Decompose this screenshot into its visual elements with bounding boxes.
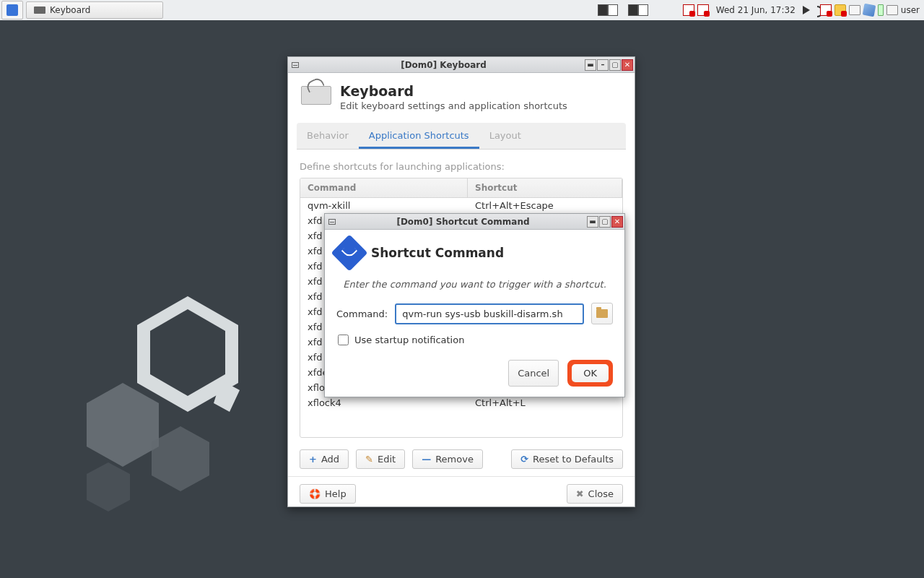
close-window-button[interactable]: ✕ [622, 59, 633, 71]
qubes-icon [6, 4, 18, 16]
shortcut-command-icon [331, 235, 368, 272]
qubes-updates-icon[interactable] [697, 4, 709, 16]
edit-button[interactable]: ✎Edit [356, 449, 405, 469]
svg-marker-2 [87, 383, 159, 467]
cell-command: xflock4 [300, 395, 468, 410]
roll-up-button[interactable]: ▬ [585, 59, 596, 71]
pencil-icon: ✎ [365, 454, 373, 465]
system-tray: Wed 21 Jun, 17:32 user [598, 4, 924, 16]
svg-marker-4 [87, 462, 130, 512]
tab-behavior[interactable]: Behavior [297, 123, 359, 149]
titlebar[interactable]: [Dom0] Keyboard ▬ – ▢ ✕ [288, 57, 635, 73]
cell-command: qvm-xkill [300, 198, 468, 213]
keyboard-header-icon [301, 86, 331, 105]
dialog-titlebar[interactable]: [Dom0] Shortcut Command ▬ ▢ ✕ [325, 214, 624, 230]
qubes-wallpaper-logo [79, 296, 253, 513]
svg-marker-3 [152, 426, 209, 491]
touchpad-icon[interactable] [849, 5, 860, 15]
ok-button[interactable]: OK [567, 360, 613, 387]
shortcuts-help-text: Define shortcuts for launching applicati… [300, 161, 623, 172]
taskbar-item-label: Keyboard [50, 5, 90, 15]
roll-up-button[interactable]: ▬ [587, 216, 598, 228]
qubes-domains-icon[interactable] [683, 4, 694, 16]
command-label: Command: [336, 309, 388, 319]
battery-icon[interactable] [878, 4, 884, 16]
column-header-shortcut[interactable]: Shortcut [468, 178, 622, 197]
card-icon[interactable] [886, 5, 898, 15]
minus-icon: — [422, 454, 431, 465]
command-input[interactable] [395, 303, 584, 324]
close-window-button[interactable]: ✕ [611, 216, 623, 228]
dialog-title: [Dom0] Shortcut Command [339, 217, 587, 227]
dialog-instruction: Enter the command you want to trigger wi… [336, 279, 613, 290]
minimize-button[interactable]: – [597, 59, 609, 71]
help-icon: 🛟 [309, 488, 321, 499]
close-icon: ✖ [576, 488, 584, 499]
user-label[interactable]: user [901, 5, 920, 15]
table-row[interactable]: qvm-xkillCtrl+Alt+Escape [300, 198, 622, 213]
window-menu-icon[interactable] [325, 219, 339, 225]
applications-menu-button[interactable] [1, 1, 23, 20]
window-menu-icon[interactable] [288, 62, 302, 68]
startup-notification-label: Use startup notification [354, 335, 464, 345]
workspace-switcher[interactable] [598, 4, 618, 16]
tabs: Behavior Application Shortcuts Layout [297, 123, 626, 150]
refresh-icon: ⟳ [520, 454, 528, 465]
volume-icon[interactable] [803, 6, 810, 14]
top-panel: Keyboard Wed 21 Jun, 17:32 user [0, 0, 924, 20]
page-heading: Keyboard [340, 83, 567, 99]
plus-icon: + [309, 454, 317, 465]
column-header-command[interactable]: Command [300, 178, 468, 197]
reset-to-defaults-button[interactable]: ⟳Reset to Defaults [511, 449, 623, 469]
taskbar-item-keyboard[interactable]: Keyboard [26, 1, 163, 19]
maximize-button[interactable]: ▢ [609, 59, 621, 71]
cancel-button[interactable]: Cancel [508, 360, 559, 387]
maximize-button[interactable]: ▢ [599, 216, 611, 228]
shortcut-command-dialog: [Dom0] Shortcut Command ▬ ▢ ✕ Shortcut C… [324, 213, 625, 397]
remove-button[interactable]: —Remove [412, 449, 483, 469]
window-title: [Dom0] Keyboard [302, 60, 585, 70]
network-disconnected-icon[interactable] [820, 4, 832, 16]
page-subheading: Edit keyboard settings and application s… [340, 100, 567, 111]
cell-shortcut: Ctrl+Alt+Escape [468, 198, 622, 213]
dialog-heading: Shortcut Command [371, 246, 504, 260]
add-button[interactable]: +Add [300, 449, 349, 469]
qube-manager-icon[interactable] [863, 4, 876, 17]
keyboard-icon [34, 7, 45, 14]
startup-notification-checkbox[interactable]: Use startup notification [338, 335, 613, 345]
startup-notification-input[interactable] [338, 335, 349, 345]
cell-shortcut: Ctrl+Alt+L [468, 395, 622, 410]
terminal-tray-icon[interactable] [628, 4, 648, 16]
help-button[interactable]: 🛟Help [300, 484, 356, 504]
folder-icon [596, 309, 608, 318]
tab-layout[interactable]: Layout [479, 123, 531, 149]
close-button[interactable]: ✖Close [567, 484, 623, 504]
tab-application-shortcuts[interactable]: Application Shortcuts [359, 123, 479, 149]
notification-icon[interactable] [834, 4, 846, 16]
clock[interactable]: Wed 21 Jun, 17:32 [712, 5, 800, 15]
table-row[interactable]: xflock4Ctrl+Alt+L [300, 395, 622, 410]
browse-button[interactable] [591, 303, 613, 324]
